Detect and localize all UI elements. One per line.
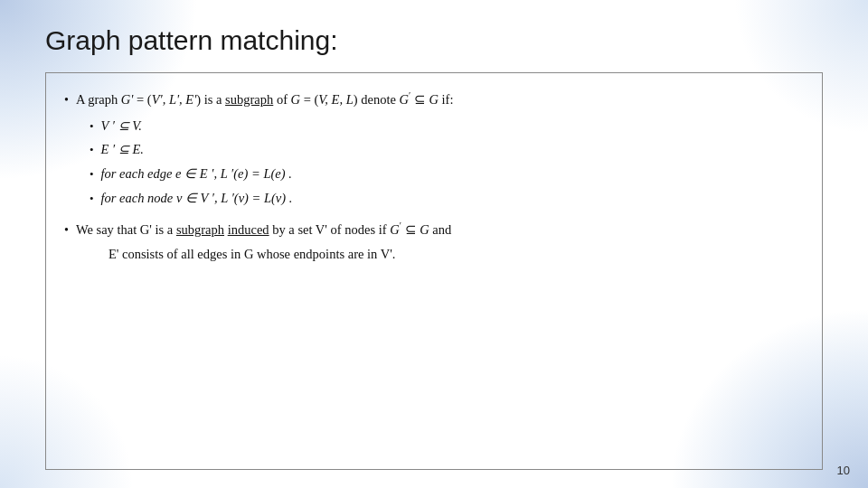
bullet-2-section: • We say that G' is a subgraph induced b… (64, 218, 804, 265)
content-box: • A graph G' = (V', L', E') is a subgrap… (45, 72, 823, 470)
sub-bullets-1: • V ′ ⊆ V. • E ′ ⊆ E. • for each edge e … (90, 115, 804, 210)
sub-bullet-1-2: • E ′ ⊆ E. (90, 138, 804, 161)
sub-bullet-1-1: • V ′ ⊆ V. (90, 115, 804, 137)
bullet-2-content: We say that G' is a subgraph induced by … (76, 218, 451, 265)
bullet-2-text: We say that G' is a subgraph induced by … (76, 222, 451, 237)
sub-bullet-1-3: • for each edge e ∈ E ′, L ′(e) = L(e) . (90, 163, 804, 185)
sub-bullet-dot-1-1: • (90, 117, 94, 136)
bullet-1-section: • A graph G' = (V', L', E') is a subgrap… (64, 88, 804, 209)
slide-title: Graph pattern matching: (45, 25, 823, 56)
page-number: 10 (837, 464, 850, 477)
bullet-dot-2: • (64, 220, 69, 241)
sub-bullet-1-4-text: for each node v ∈ V ′, L ′(v) = L(v) . (101, 187, 293, 210)
sub-bullet-dot-1-2: • (90, 140, 94, 160)
sub-bullet-1-1-text: V ′ ⊆ V. (101, 115, 142, 137)
sub-bullet-1-2-text: E ′ ⊆ E. (101, 138, 144, 161)
sub-bullet-1-4: • for each node v ∈ V ′, L ′(v) = L(v) . (90, 187, 804, 210)
bullet-dot-1: • (64, 89, 69, 111)
sub-bullet-1-3-text: for each edge e ∈ E ′, L ′(e) = L(e) . (101, 163, 292, 185)
bullet-2: • We say that G' is a subgraph induced b… (64, 218, 804, 265)
bullet-2-line2: E' consists of all edges in G whose endp… (108, 243, 451, 266)
sub-bullet-dot-1-3: • (90, 164, 94, 184)
slide-content: Graph pattern matching: • A graph G' = (… (0, 0, 868, 488)
bullet-1: • A graph G' = (V', L', E') is a subgrap… (64, 88, 804, 111)
bullet-1-text: A graph G' = (V', L', E') is a subgraph … (76, 88, 454, 110)
sub-bullet-dot-1-4: • (90, 189, 94, 209)
